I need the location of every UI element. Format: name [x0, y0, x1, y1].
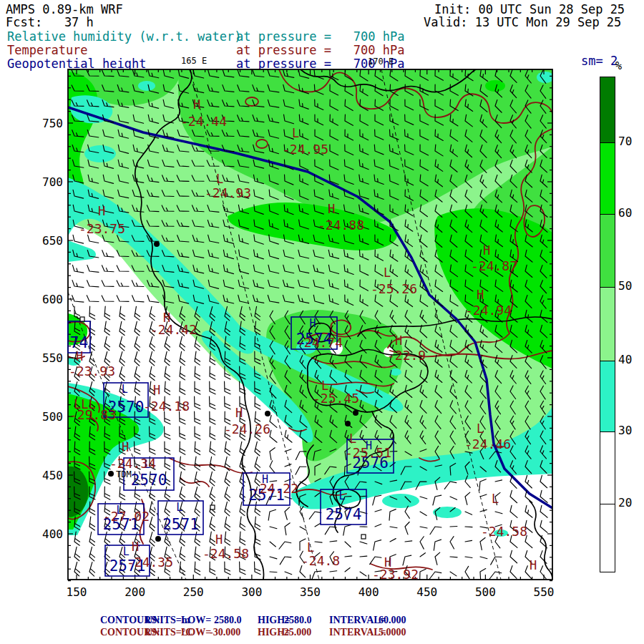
colorbar-tick-20: 20 [618, 496, 632, 509]
temp-extremum-value: -24.88 [318, 218, 364, 233]
y-tick-750: 750 [29, 117, 63, 130]
temp-extremum-value: -24.94 [465, 303, 512, 318]
temp-extremum-value: -27.02 [103, 509, 150, 524]
temp-extremum-letter: H [530, 558, 537, 572]
temp-extremum-value: -24.26 [224, 421, 270, 436]
y-tick-450: 450 [29, 469, 63, 482]
temp-extremum-letter: L [307, 540, 314, 555]
colorbar-segment [600, 77, 615, 142]
y-tick-600: 600 [29, 293, 63, 306]
x-tick-450: 450 [406, 585, 449, 599]
colorbar-tick-50: 50 [618, 279, 632, 293]
temp-extremum-letter: L [292, 126, 299, 140]
y-tick-550: 550 [29, 351, 63, 365]
map-canvas: 74H2574L2570L2570L2571L2571H2571H2576L25… [0, 0, 644, 644]
footer-row0-item: 2580.0 [284, 615, 312, 626]
height-marker-letter: L [339, 489, 346, 502]
height-marker-letter: L [176, 501, 182, 514]
temp-extremum-letter: H [328, 202, 335, 216]
temp-extremum-letter: H [132, 540, 139, 554]
temp-extremum-letter: L [384, 265, 391, 280]
footer-row1-item: -30.000 [210, 627, 240, 638]
colorbar [600, 77, 615, 572]
temp-extremum-value: -23.75 [79, 221, 125, 236]
temp-extremum-value: -24.34 [109, 456, 156, 471]
temp-extremum-value: -24.58 [203, 546, 249, 561]
footer-row1-item: LOW= [181, 627, 211, 638]
y-tick-500: 500 [29, 410, 63, 424]
temp-extremum-value: -24.18 [143, 399, 190, 414]
height-value: 2574 [326, 506, 362, 523]
temp-extremum-letter: L [349, 431, 356, 446]
height-value: 2571 [162, 516, 199, 533]
colorbar-tick-30: 30 [618, 424, 632, 437]
temp-extremum-value: -24.35 [127, 555, 173, 570]
temp-extremum-value: -24.22 [252, 481, 298, 496]
x-tick-250: 250 [172, 585, 215, 599]
temp-extremum-value: -29.83 [69, 407, 116, 422]
station-square [361, 535, 366, 539]
temp-extremum-letter: H [153, 383, 160, 397]
colorbar-tick-40: 40 [618, 353, 632, 366]
temp-extremum-value: -23.92 [372, 567, 419, 582]
footer-row0-item: 60.000 [379, 615, 406, 626]
temp-extremum-value: -25.45 [313, 391, 359, 406]
footer-row0-item: INTERVAL= [329, 615, 386, 626]
footer-row1-item: -25.000 [280, 627, 311, 638]
temp-extremum-letter: H [98, 204, 105, 218]
temp-extremum-letter: L [492, 492, 499, 506]
y-tick-700: 700 [29, 175, 63, 189]
colorbar-segment [600, 361, 615, 431]
footer-row1-item: 5.0000 [379, 627, 406, 638]
temp-extremum-value: -24.42 [150, 322, 197, 337]
temp-extremum-letter: H [483, 243, 490, 258]
temp-extremum-value: -23.93 [69, 364, 115, 379]
colorbar-segment [600, 214, 615, 287]
x-tick-350: 350 [289, 585, 332, 599]
temp-extremum-letter: H [215, 532, 223, 547]
footer-row0-item: 2580.0 [214, 615, 242, 626]
station-square [210, 505, 215, 509]
height-marker-letter: H [310, 317, 316, 330]
temp-extremum-value: -24.46 [464, 436, 511, 452]
temp-extremum-letter: H [477, 288, 484, 302]
temp-extremum-letter: L [477, 421, 484, 436]
station-label: TDM [116, 469, 132, 479]
temp-extremum-letter: H [193, 97, 200, 112]
y-tick-650: 650 [29, 234, 63, 248]
temp-extremum-value: -24.8 [301, 553, 340, 568]
temp-extremum-value: -25.26 [371, 281, 417, 296]
station-dot [108, 471, 114, 477]
height-marker-letter: L [122, 383, 128, 396]
footer-row1-item: INTERVAL= [329, 627, 386, 638]
x-tick-400: 400 [347, 585, 390, 599]
temp-extremum-value: -25.51 [345, 445, 391, 460]
temp-extremum-value: -24.87 [471, 258, 517, 273]
temp-extremum-letter: H [235, 406, 243, 420]
station-dot [353, 410, 358, 416]
temp-extremum-value: -24.58 [481, 524, 527, 539]
colorbar-segment [600, 142, 615, 214]
temp-extremum-letter: H [122, 440, 129, 454]
meridian-label: 165 E [181, 56, 207, 66]
meridian-label-layer: 165 E170 E [181, 56, 394, 67]
station-dot [154, 241, 160, 247]
station-dot [155, 536, 161, 542]
amps-wrf-forecast-chart: AMPS 0.89-km WRF Fcst: 37 h Init: 00 UTC… [0, 0, 644, 644]
footer-row0-item: LOW= [181, 615, 211, 626]
station-dot [345, 421, 351, 426]
station-dot [265, 411, 270, 416]
temp-extremum-value: -24.93 [205, 185, 251, 200]
colorbar-segment [600, 431, 615, 504]
x-tick-300: 300 [230, 585, 273, 599]
colorbar-segment [600, 504, 615, 572]
y-tick-400: 400 [29, 527, 63, 541]
temp-extremum-value: -22.9 [387, 348, 426, 363]
temp-extremum-letter: H [76, 349, 83, 364]
x-tick-150: 150 [55, 585, 98, 599]
meridian-label: 170 E [368, 57, 394, 67]
temp-extremum-value: -24.44 [180, 114, 227, 129]
temp-extremum-letter: H [395, 333, 402, 348]
x-tick-550: 550 [522, 585, 565, 599]
station-square [80, 317, 84, 321]
